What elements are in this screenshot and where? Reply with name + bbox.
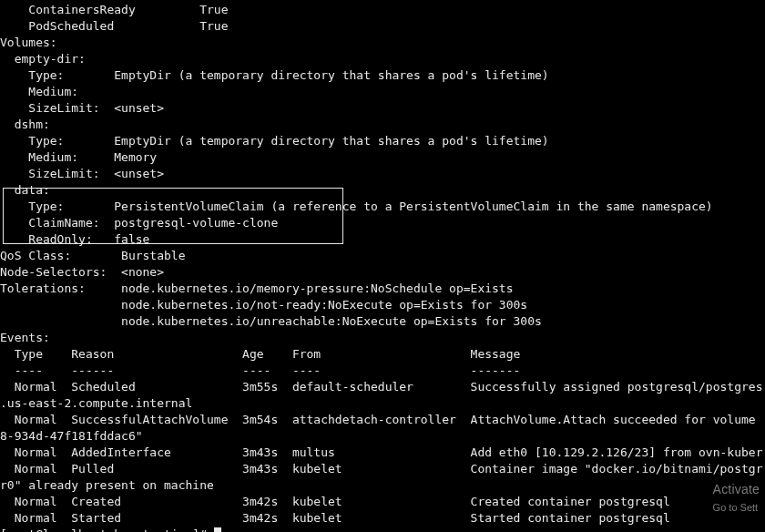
terminal-line: node.kubernetes.io/unreachable:NoExecute… <box>0 313 765 330</box>
terminal-line: PodScheduled True <box>0 18 765 35</box>
terminal-line: Type Reason Age From Message <box>0 346 765 363</box>
terminal-line: QoS Class: Burstable <box>0 248 765 264</box>
terminal-line: SizeLimit: <unset> <box>0 100 765 117</box>
terminal-line: Volumes: <box>0 35 765 51</box>
terminal-line: Normal Scheduled 3m55s default-scheduler… <box>0 379 765 395</box>
terminal-line: Tolerations: node.kubernetes.io/memory-p… <box>0 281 765 297</box>
shell-prompt: [root@localhost hcp-testing]# <box>0 527 214 532</box>
terminal-line: dshm: <box>0 117 765 133</box>
terminal-line: ContainersReady True <box>0 2 765 18</box>
terminal-line: Normal Started 3m42s kubelet Started con… <box>0 510 765 527</box>
terminal-prompt-line[interactable]: [root@localhost hcp-testing]# <box>0 527 765 532</box>
terminal-line: Normal Pulled 3m43s kubelet Container im… <box>0 461 765 477</box>
terminal-line: SizeLimit: <unset> <box>0 166 765 182</box>
terminal-line: ReadOnly: false <box>0 231 765 248</box>
terminal-line: ---- ------ ---- ---- ------- <box>0 363 765 379</box>
terminal-line: Medium: <box>0 84 765 100</box>
terminal-line: Normal SuccessfulAttachVolume 3m54s atta… <box>0 412 765 428</box>
terminal-line: Events: <box>0 330 765 346</box>
terminal-line: node.kubernetes.io/not-ready:NoExecute o… <box>0 297 765 313</box>
terminal-line: data: <box>0 182 765 199</box>
terminal-line: 8-934d-47f181fddac6" <box>0 428 765 445</box>
terminal-line: empty-dir: <box>0 51 765 67</box>
terminal-line: Normal AddedInterface 3m43s multus Add e… <box>0 445 765 461</box>
terminal-line: ClaimName: postgresql-volume-clone <box>0 215 765 231</box>
terminal-line: .us-east-2.compute.internal <box>0 395 765 412</box>
terminal-line: Normal Created 3m42s kubelet Created con… <box>0 494 765 510</box>
cursor-icon <box>214 527 221 532</box>
terminal-line: Type: EmptyDir (a temporary directory th… <box>0 67 765 84</box>
terminal-line: Type: EmptyDir (a temporary directory th… <box>0 133 765 149</box>
terminal-line: r0" already present on machine <box>0 477 765 494</box>
terminal-line: Type: PersistentVolumeClaim (a reference… <box>0 199 765 215</box>
terminal-output[interactable]: ContainersReady True PodScheduled True V… <box>0 0 765 532</box>
terminal-line: Medium: Memory <box>0 149 765 166</box>
terminal-line: Node-Selectors: <none> <box>0 264 765 281</box>
